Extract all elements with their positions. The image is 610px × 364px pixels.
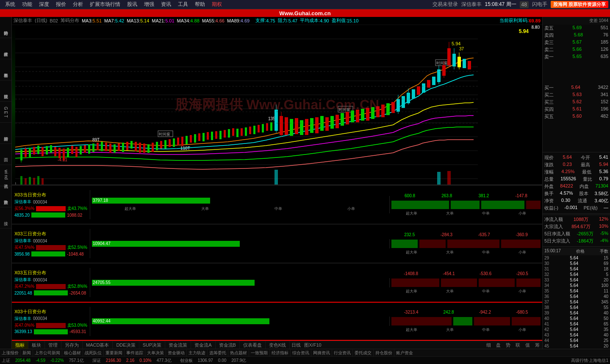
nav-tab-listed-news[interactable]: 上市公司新闻: [33, 350, 62, 356]
nav-tab-holdings[interactable]: 持仓股份: [374, 350, 394, 356]
trade-seq-36: 36: [544, 294, 566, 299]
sidebar-finance[interactable]: 财流视: [0, 80, 11, 102]
nav-tab-main-track[interactable]: 主力轨迹: [187, 350, 208, 356]
svg-rect-24: [63, 149, 65, 160]
nav-tab-account[interactable]: 账户资金: [394, 350, 415, 356]
login-status: 交易未登录: [433, 1, 458, 8]
sz-vol-label: 477.3亿: [157, 358, 172, 364]
tab-macd[interactable]: MACD基本: [83, 341, 113, 349]
tab-sup[interactable]: SUP决策: [139, 341, 166, 349]
menu-quote[interactable]: 报价: [53, 0, 69, 9]
nav-tab-economic[interactable]: 经济指标: [270, 350, 291, 356]
nav-tab-big-order[interactable]: 大单决策: [145, 350, 166, 356]
sidebar-sell[interactable]: 散户查跌: [0, 186, 11, 207]
sell1-label: 卖一: [544, 54, 554, 60]
menu-market[interactable]: 扩展市场行情: [86, 0, 124, 9]
tab-color-k[interactable]: 变色K线: [266, 341, 290, 349]
nav-tab-entrust-deal[interactable]: 委托成交: [353, 350, 374, 356]
sh-pct-val: -0.22%: [50, 358, 64, 363]
sidebar-basic[interactable]: 基本资料: [0, 59, 11, 80]
sidebar-technical[interactable]: 技术分析: [0, 38, 11, 59]
menu-options[interactable]: 期权: [208, 0, 225, 9]
menu-depth[interactable]: 深度: [36, 0, 53, 9]
tab-fxp10[interactable]: 图X/F10: [302, 341, 323, 349]
nav-tab-consensus[interactable]: 一致预期: [249, 350, 270, 356]
tab-flow-b[interactable]: 资金流B: [216, 341, 240, 349]
tab-value[interactable]: 值: [523, 341, 532, 349]
sidebar-round[interactable]: 圆: [0, 144, 11, 165]
menu-info[interactable]: 资讯: [158, 0, 175, 9]
gz-index-val: 1306.97: [198, 358, 213, 363]
tab-dde[interactable]: DDE决策: [113, 341, 139, 349]
menu-enhance[interactable]: 增强: [141, 0, 158, 9]
tab-flow-a[interactable]: 资金流A: [191, 341, 215, 349]
tab-indicator[interactable]: 指标: [12, 341, 28, 349]
svg-rect-75: [262, 124, 264, 132]
tab-saveas[interactable]: 另存为: [61, 341, 83, 349]
menu-function[interactable]: 功能: [19, 0, 36, 9]
nav-tab-news[interactable]: 新闻: [21, 350, 33, 356]
nav-tab-capital-drive[interactable]: 资金驱动: [166, 350, 187, 356]
sidebar-get[interactable]: G E T: [0, 102, 11, 123]
nav-tab-important-news[interactable]: 重要新闻: [104, 350, 125, 356]
sell5-vol: 551: [601, 25, 608, 31]
svg-rect-20: [50, 145, 52, 153]
sidebar-wind[interactable]: wi nd 资讯: [0, 165, 11, 186]
nav-tab-industry[interactable]: 行业资讯: [332, 350, 353, 356]
tab-trend[interactable]: 势: [503, 341, 513, 349]
pe-label: PE(动): [584, 205, 598, 211]
nav-tab-event-track[interactable]: 事件追踪: [125, 350, 145, 356]
nav-tab-hot-topic[interactable]: 热点题材: [228, 350, 249, 356]
open-price: 5.41: [599, 154, 608, 161]
menu-tools[interactable]: 工具: [175, 0, 191, 9]
nav-tab-comprehensive[interactable]: 综合资讯: [291, 350, 311, 356]
trade-vol-30: 69: [591, 261, 608, 266]
buy3-row: 买三 5.62 152: [543, 99, 610, 106]
panel4-sell-pct: 卖53.0%%: [67, 323, 87, 328]
menu-help[interactable]: 帮助: [191, 0, 208, 9]
net-5day-row: 5日净流入额 -2655万 -5%: [544, 230, 608, 237]
menu-analysis[interactable]: 分析: [69, 0, 86, 9]
nav-tab-quote[interactable]: 上涨报价: [0, 350, 21, 356]
trade-row-42: 42 5.64 35: [543, 327, 610, 332]
svg-rect-73: [253, 126, 255, 134]
svg-rect-151: [447, 171, 451, 185]
menu-system[interactable]: 系统: [2, 0, 19, 9]
chip-label: 筹码分布: [61, 17, 79, 24]
svg-rect-43: [139, 143, 141, 153]
nav-tab-select-entrust[interactable]: 选筹委托: [208, 350, 228, 356]
tab-daily[interactable]: 日线: [290, 341, 302, 349]
svg-rect-109: [402, 96, 405, 108]
panel2-buy-val: -1048.48: [67, 252, 83, 256]
tab-manage[interactable]: 管理: [45, 341, 61, 349]
nav-tab-core-topic[interactable]: 核心题材: [62, 350, 83, 356]
vol-val: 155526: [560, 176, 576, 182]
buy3-price: 5.62: [573, 99, 582, 105]
avg-cost-val: 4.90: [320, 18, 329, 23]
tab-flow-policy[interactable]: 资金流策: [165, 341, 191, 349]
trade-seq-34: 34: [544, 283, 566, 288]
sidebar-trend[interactable]: 分时趋势: [0, 17, 11, 38]
svg-rect-44: [143, 143, 145, 153]
panel1-num3: 381.2: [478, 193, 489, 198]
nav-tab-digest[interactable]: 网摘资讯: [311, 350, 332, 356]
divider3: [543, 246, 610, 247]
panel4-code: 000034: [33, 316, 47, 321]
tab-contact[interactable]: 联: [513, 341, 523, 349]
tab-sector[interactable]: 板块: [28, 341, 45, 349]
code-label: B02: [50, 18, 58, 23]
svg-rect-91: [325, 117, 329, 131]
outer-inner-row: 外盘 84222 内盘 71304: [544, 183, 608, 190]
menu-news[interactable]: 股讯: [124, 0, 141, 9]
nav-tab-dead-pos[interactable]: 战死队位: [83, 350, 104, 356]
tab-set[interactable]: 筹: [532, 341, 542, 349]
ma55-label: MA55:: [202, 18, 216, 23]
tab-dashboard[interactable]: 仪表看盘: [240, 341, 266, 349]
main-content: 分时趋势 技术分析 基本资料 财流视 G E T 新增持 圆 wi nd 资讯 …: [0, 17, 610, 349]
tab-fine[interactable]: 细: [484, 341, 494, 349]
trade-vol-header: 手数: [600, 248, 608, 254]
sidebar-new[interactable]: 新增持: [0, 123, 11, 144]
tab-plate[interactable]: 盘: [494, 341, 503, 349]
sidebar-contact[interactable]: 接: [0, 207, 11, 229]
profit-key-val: -0.001: [564, 205, 577, 211]
